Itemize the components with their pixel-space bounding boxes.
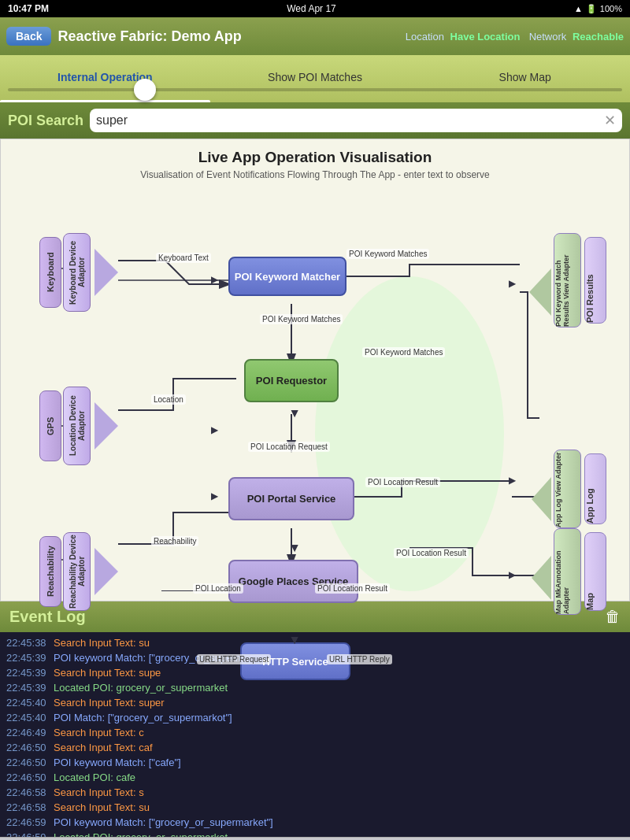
log-time: 22:46:50 <box>6 742 47 753</box>
network-value: Reachable <box>573 31 624 43</box>
keyboard-device-adaptor-node: Keyboard Device Adaptor <box>63 233 91 312</box>
network-label: Network <box>529 31 567 43</box>
poi-requestor-node: POI Requestor <box>244 359 339 402</box>
log-text: Search Input Text: s <box>54 786 144 798</box>
label-location: Location <box>151 394 186 405</box>
arrow-to-map: ▶ <box>509 569 516 580</box>
label-poi-location-result-mid: POI Location Result <box>315 583 390 594</box>
log-time: 22:45:39 <box>6 652 47 664</box>
arrow-to-poi-results: ▶ <box>509 278 516 289</box>
label-poi-location: POI Location <box>193 583 243 594</box>
log-entry: 22:46:58Search Input Text: su <box>6 800 624 815</box>
google-places-service-node: Google Places Service <box>228 560 358 603</box>
poi-portal-service-node: POI Portal Service <box>228 477 354 520</box>
log-time: 22:45:39 <box>6 667 47 679</box>
vis-subtitle: Visualisation of Event Notifications Flo… <box>10 169 620 180</box>
log-entry: 22:46:58Search Input Text: s <box>6 785 624 800</box>
flow-diagram: Keyboard Keyboard Device Adaptor GPS Loc… <box>16 190 614 591</box>
map-mk-annotation-adapter-node: Map MkAnnotation Adapter <box>554 528 581 615</box>
arrow-location-poi-requestor: ▶ <box>211 424 218 435</box>
log-entry: 22:46:50Search Input Text: caf <box>6 740 624 755</box>
label-reachability: Reachability <box>151 536 198 546</box>
log-time: 22:46:50 <box>6 772 47 783</box>
location-device-adaptor-node: Location Device Adaptor <box>63 387 91 465</box>
battery-icon: 🔋 <box>586 4 597 14</box>
status-time: 10:47 PM <box>8 3 49 14</box>
log-entry: 22:45:40Search Input Text: super <box>6 695 624 710</box>
tab-internal-operation[interactable]: Internal Operation <box>0 71 210 90</box>
log-time: 22:46:58 <box>6 786 47 798</box>
log-time: 22:46:59 <box>6 831 47 837</box>
event-log-header: Event Log 🗑 <box>0 601 630 632</box>
log-time: 22:45:40 <box>6 712 47 723</box>
log-text: Located POI: cafe <box>54 772 135 783</box>
poi-keyword-matcher-node: POI Keyword Matcher <box>228 257 346 296</box>
nav-bar: Back Reactive Fabric: Demo App Location … <box>0 17 630 55</box>
log-text: Search Input Text: su <box>54 637 150 649</box>
log-time: 22:46:58 <box>6 801 47 813</box>
log-entry: 22:45:40POI Match: ["grocery_or_supermar… <box>6 710 624 725</box>
label-poi-location-result: POI Location Result <box>365 477 440 487</box>
label-poi-location-result-bot: POI Location Result <box>394 548 469 558</box>
bottom-toolbar: ← → ⊡ <box>0 837 630 840</box>
reachability-node: Reachability <box>39 536 61 607</box>
arrow-google-http: ▶ <box>290 637 301 644</box>
search-clear-button[interactable]: ✕ <box>604 112 616 129</box>
wifi-icon: ▲ <box>574 4 583 13</box>
reachability-triangle <box>94 548 118 595</box>
log-entry: 22:46:50Located POI: cafe <box>6 770 624 785</box>
tab-show-poi-matches[interactable]: Show POI Matches <box>210 71 421 90</box>
app-log-node: App Log <box>584 453 606 524</box>
keyboard-triangle <box>94 249 118 296</box>
arrow-reachability-poi-portal: ▶ <box>211 490 218 501</box>
slider-track <box>8 88 622 91</box>
label-url-http-reply: URL HTTP Reply <box>327 654 392 664</box>
log-text: Search Input Text: supe <box>54 667 161 679</box>
label-poi-keyword-matches-top: POI Keyword Matches <box>346 249 429 259</box>
log-text: Search Input Text: su <box>54 801 150 813</box>
app-log-view-adapter-node: App Log View Adapter <box>554 450 581 528</box>
log-entry: 22:46:50POI keyword Match: ["cafe"] <box>6 755 624 770</box>
status-day: Wed Apr 17 <box>287 3 335 14</box>
map-triangle <box>532 556 551 600</box>
poi-results-node: POI Results <box>584 237 606 324</box>
log-text: Search Input Text: c <box>54 727 144 738</box>
poi-search-input-wrap: ✕ <box>90 109 622 132</box>
tab-show-map[interactable]: Show Map <box>420 71 630 90</box>
poi-search-bar: POI Search ✕ <box>0 102 630 139</box>
search-input[interactable] <box>96 113 601 128</box>
log-text: Located POI: grocery_or_supermarket <box>54 831 228 837</box>
gps-triangle <box>94 402 118 450</box>
location-label: Location <box>406 31 444 43</box>
log-time: 22:46:59 <box>6 816 47 828</box>
poi-keyword-match-view-adapter-node: POI Keyword Match Results View Adapter <box>554 233 581 327</box>
reachability-device-adaptor-node: Reachability Device Adaptor <box>63 532 91 611</box>
slider-thumb[interactable] <box>134 79 156 101</box>
log-entry: 22:46:59POI keyword Match: ["grocery_or_… <box>6 815 624 830</box>
log-time: 22:46:50 <box>6 757 47 768</box>
log-time: 22:45:38 <box>6 637 47 649</box>
tab-indicator <box>0 100 210 102</box>
poi-search-label: POI Search <box>8 113 83 129</box>
log-time: 22:46:49 <box>6 727 47 738</box>
nav-status: Location Have Location Network Reachable <box>406 31 624 43</box>
app-log-triangle <box>532 477 551 521</box>
arrow-poi-portal-google: ▶ <box>290 545 301 552</box>
visualisation-panel: Live App Operation Visualisation Visuali… <box>0 139 630 601</box>
battery-level: 100% <box>600 4 622 13</box>
arrow-to-app-log: ▶ <box>509 475 516 486</box>
keyboard-node: Keyboard <box>39 237 61 308</box>
log-entry: 22:46:59Located POI: grocery_or_supermar… <box>6 830 624 837</box>
app-title: Reactive Fabric: Demo App <box>57 28 398 45</box>
vis-title: Live App Operation Visualisation <box>10 149 620 166</box>
back-button[interactable]: Back <box>6 27 51 46</box>
poi-results-triangle <box>529 268 551 316</box>
log-text: Located POI: grocery_or_supermarket <box>54 682 228 694</box>
svg-point-0 <box>315 276 504 591</box>
log-text: POI Match: ["grocery_or_supermarkot"] <box>54 712 232 723</box>
gps-node: GPS <box>39 390 61 461</box>
log-entry: 22:45:39Located POI: grocery_or_supermar… <box>6 680 624 695</box>
event-log-clear-button[interactable]: 🗑 <box>605 608 621 626</box>
log-text: Search Input Text: super <box>54 697 165 709</box>
log-time: 22:45:40 <box>6 697 47 709</box>
